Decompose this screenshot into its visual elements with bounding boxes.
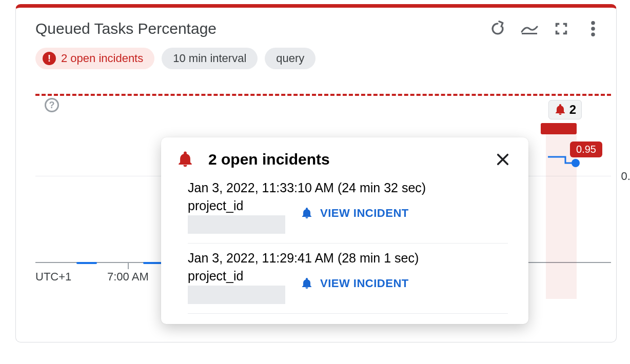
view-incident-label: VIEW INCIDENT — [320, 277, 409, 290]
more-vert-icon[interactable] — [584, 20, 602, 37]
incident-time: Jan 3, 2022, 11:33:10 AM (24 min 32 sec) — [188, 180, 508, 195]
incident-meta: project_id — [188, 198, 285, 234]
error-icon: ! — [43, 52, 56, 65]
popover-title: 2 open incidents — [208, 151, 478, 168]
view-incident-button[interactable]: VIEW INCIDENT — [301, 207, 409, 220]
alert-count: 2 — [569, 103, 576, 117]
svg-point-3 — [591, 33, 595, 37]
refresh-icon[interactable] — [489, 20, 506, 37]
x-tick: 7:00 AM — [107, 270, 149, 284]
popover-header: 2 open incidents — [176, 151, 513, 173]
redacted-value — [188, 215, 285, 234]
card-toolbar — [489, 20, 602, 37]
fullscreen-icon[interactable] — [553, 20, 570, 37]
threshold-line — [35, 94, 611, 96]
card-title: Queued Tasks Percentage — [35, 20, 489, 37]
incident-label: project_id — [188, 269, 285, 284]
x-tick-mark — [128, 263, 129, 269]
bell-icon — [554, 104, 566, 116]
view-incident-label: VIEW INCIDENT — [320, 207, 409, 220]
x-tz-label: UTC+1 — [35, 270, 71, 284]
incident-item: Jan 3, 2022, 11:29:41 AM (28 min 1 sec) … — [188, 247, 508, 314]
close-icon[interactable] — [493, 152, 513, 167]
legend-icon[interactable] — [521, 20, 538, 37]
svg-point-1 — [591, 21, 595, 25]
view-incident-button[interactable]: VIEW INCIDENT — [301, 277, 409, 290]
query-chip[interactable]: query — [265, 48, 316, 69]
redacted-value — [188, 286, 285, 304]
current-value-badge: 0.95 — [570, 141, 602, 157]
incident-item: Jan 3, 2022, 11:33:10 AM (24 min 32 sec)… — [188, 176, 508, 244]
alert-region — [541, 123, 577, 134]
bell-icon — [176, 151, 194, 168]
alert-count-badge[interactable]: 2 — [548, 100, 582, 119]
y-tick: 0.5 — [621, 170, 630, 183]
bell-icon — [301, 277, 313, 290]
data-segment — [76, 262, 97, 264]
svg-point-2 — [591, 27, 595, 31]
data-point — [572, 159, 580, 167]
incidents-popover: 2 open incidents Jan 3, 2022, 11:33:10 A… — [161, 137, 528, 324]
incidents-chip[interactable]: ! 2 open incidents — [35, 48, 154, 69]
incident-meta: project_id — [188, 269, 285, 304]
help-icon[interactable]: ? — [45, 98, 59, 112]
svg-rect-0 — [522, 33, 537, 34]
incidents-chip-label: 2 open incidents — [61, 52, 143, 65]
bell-icon — [301, 207, 313, 219]
chip-row: ! 2 open incidents 10 min interval query — [16, 43, 616, 74]
card-header: Queued Tasks Percentage — [16, 8, 616, 43]
incident-label: project_id — [188, 198, 285, 213]
interval-chip[interactable]: 10 min interval — [162, 48, 258, 69]
incident-time: Jan 3, 2022, 11:29:41 AM (28 min 1 sec) — [188, 251, 508, 266]
